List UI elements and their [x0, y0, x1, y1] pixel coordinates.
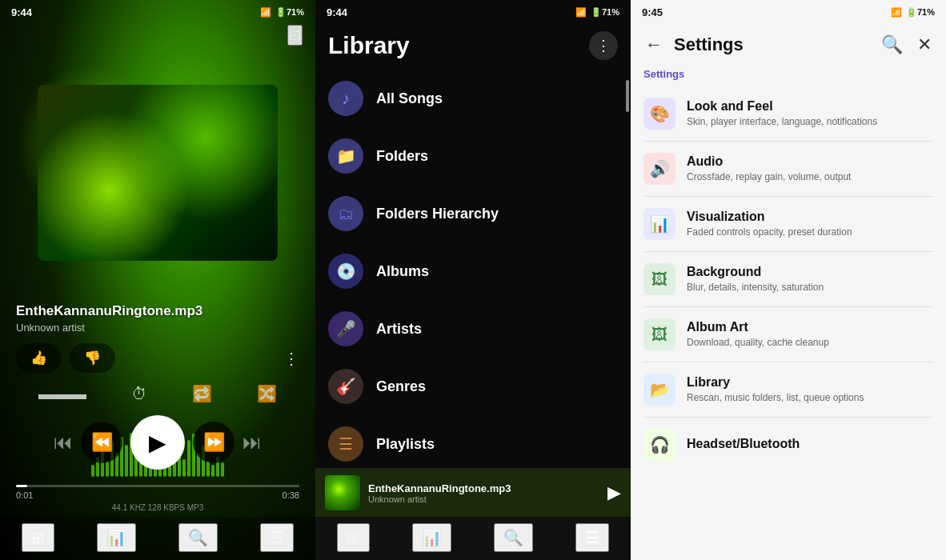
allsongs-icon: ♪	[342, 90, 350, 108]
rewind-button[interactable]: ⏪	[81, 422, 122, 463]
look-feel-text: Look and Feel Skin, player interface, la…	[687, 99, 933, 129]
nav-menu-button[interactable]: ☰	[260, 523, 294, 552]
shuffle-button[interactable]: 🔀	[257, 384, 277, 403]
audio-icon: 🔊	[650, 159, 670, 178]
album-art	[38, 85, 278, 261]
library-item-folders[interactable]: 📁 Folders	[315, 127, 631, 185]
nav-stats-button[interactable]: 📊	[97, 523, 136, 552]
allsongs-label: All Songs	[376, 90, 443, 107]
skip-back-button[interactable]: ⏮	[54, 431, 73, 454]
settings-status-bar: 9:45 📶 🔋71%	[631, 0, 946, 22]
viz-icon: 📊	[650, 214, 670, 234]
transport-row: ▬▬▬ ⏱ 🔁 🔀	[0, 379, 315, 405]
library-settings-icon: 📂	[650, 380, 670, 399]
library-item-playlists[interactable]: ☰ Playlists	[315, 415, 631, 468]
total-time: 0:38	[283, 490, 299, 500]
viz-icon-wrap: 📊	[643, 208, 675, 240]
library-settings-title: Library	[687, 375, 933, 390]
artists-label: Artists	[376, 321, 422, 338]
library-icon-wrap: 📂	[643, 374, 675, 406]
library-bottom-nav: ⊞ 📊 🔍 ☰	[315, 517, 631, 560]
lib-nav-menu-button[interactable]: ☰	[575, 523, 609, 552]
fast-forward-button[interactable]: ⏩	[193, 422, 234, 463]
bg-icon: 🖼	[651, 270, 667, 289]
library-item-albums[interactable]: 💿 Albums	[315, 242, 631, 300]
playback-buttons: ⏮ ⏪ ▶ ⏩ ⏭	[54, 415, 262, 470]
artists-icon-wrap: 🎤	[328, 311, 363, 346]
library-title: Library	[328, 32, 410, 59]
audio-icon-wrap: 🔊	[643, 153, 675, 185]
progress-bar[interactable]	[16, 485, 299, 487]
lib-nav-home-button[interactable]: ⊞	[337, 523, 370, 552]
repeat-button[interactable]: 🔁	[192, 384, 212, 403]
track-title: EntheKannanuRingtone.mp3	[16, 303, 299, 319]
hierarchy-icon: 🗂	[338, 205, 354, 223]
library-item-hierarchy[interactable]: 🗂 Folders Hierarchy	[315, 185, 631, 242]
folders-label: Folders	[376, 148, 428, 165]
settings-item-visualization[interactable]: 📊 Visualization Faded controls opacity, …	[631, 197, 946, 251]
artists-icon: 🎤	[336, 319, 356, 338]
nav-home-button[interactable]: ⊞	[22, 523, 54, 552]
settings-back-button[interactable]: ←	[642, 31, 666, 58]
audio-text: Audio Crossfade, replay gain, volume, ou…	[687, 154, 933, 184]
progress-area[interactable]: 0:01 0:38	[0, 477, 315, 502]
current-time: 0:01	[16, 490, 33, 500]
library-status-icons: 📶 🔋71%	[575, 7, 619, 18]
hierarchy-icon-wrap: 🗂	[328, 196, 363, 231]
bg-desc: Blur, details, intensity, saturation	[687, 281, 933, 294]
folders-icon-wrap: 📁	[328, 138, 363, 174]
look-feel-title: Look and Feel	[687, 99, 933, 114]
mini-title: EntheKannanuRingtone.mp3	[368, 482, 599, 494]
mini-play-button[interactable]: ▶	[607, 482, 621, 503]
playback-area: ⏮ ⏪ ▶ ⏩ ⏭	[0, 405, 315, 477]
bg-icon-wrap: 🖼	[643, 263, 675, 295]
genres-icon-wrap: 🎸	[328, 369, 363, 404]
folders-icon: 📁	[336, 146, 356, 166]
settings-status-icons: 📶 🔋71%	[891, 7, 935, 18]
recent-button[interactable]: ⏱	[131, 385, 147, 403]
mini-art	[325, 475, 360, 510]
dislike-button[interactable]: 👎	[70, 343, 115, 373]
library-item-genres[interactable]: 🎸 Genres	[315, 358, 631, 415]
visualizer-button[interactable]: ▬▬▬	[38, 385, 86, 403]
settings-item-audio[interactable]: 🔊 Audio Crossfade, replay gain, volume, …	[631, 142, 946, 196]
settings-item-look-feel[interactable]: 🎨 Look and Feel Skin, player interface, …	[631, 86, 946, 141]
settings-close-button[interactable]: ✕	[914, 31, 935, 58]
albums-icon: 💿	[336, 262, 356, 281]
library-item-allsongs[interactable]: ♪ All Songs	[315, 70, 631, 127]
lib-nav-stats-button[interactable]: 📊	[412, 523, 451, 552]
albumart-icon-wrap: 🖼	[643, 318, 675, 350]
library-list: ♪ All Songs 📁 Folders 🗂 Folders Hierarch…	[315, 66, 631, 468]
more-options-button[interactable]: ⋮	[283, 349, 299, 368]
allsongs-icon-wrap: ♪	[328, 81, 363, 116]
play-button[interactable]: ▶	[130, 415, 185, 470]
track-artist: Unknown artist	[16, 322, 299, 334]
library-more-button[interactable]: ⋮	[589, 31, 618, 60]
like-button[interactable]: 👍	[16, 343, 62, 373]
mini-player[interactable]: EntheKannanuRingtone.mp3 Unknown artist …	[315, 468, 631, 517]
albums-icon-wrap: 💿	[328, 254, 363, 289]
lib-nav-search-button[interactable]: 🔍	[494, 523, 533, 552]
library-item-artists[interactable]: 🎤 Artists	[315, 300, 631, 358]
settings-item-headset[interactable]: 🎧 Headset/Bluetooth	[631, 418, 946, 472]
audio-desc: Crossfade, replay gain, volume, output	[687, 170, 933, 184]
library-header: Library ⋮	[315, 22, 631, 66]
viz-title: Visualization	[687, 210, 933, 224]
progress-times: 0:01 0:38	[16, 490, 299, 500]
wifi-icon: 📶	[260, 7, 271, 18]
player-content: 9:44 📶 🔋71% ⊡ EntheKannanuRingtone.mp3 U…	[0, 0, 315, 560]
albumart-icon: 🖼	[651, 326, 667, 344]
settings-item-background[interactable]: 🖼 Background Blur, details, intensity, s…	[631, 252, 946, 306]
settings-battery-icon: 🔋71%	[906, 7, 935, 18]
settings-item-library[interactable]: 📂 Library Rescan, music folders, list, q…	[631, 362, 946, 417]
settings-status-time: 9:45	[642, 6, 663, 18]
cast-button[interactable]: ⊡	[287, 25, 303, 46]
look-feel-icon: 🎨	[650, 104, 670, 123]
nav-search-button[interactable]: 🔍	[178, 523, 218, 552]
genres-label: Genres	[376, 378, 426, 395]
genres-icon: 🎸	[336, 377, 356, 396]
skip-forward-button[interactable]: ⏭	[243, 431, 262, 454]
settings-search-button[interactable]: 🔍	[878, 31, 906, 58]
playlists-icon: ☰	[339, 434, 353, 454]
settings-item-album-art[interactable]: 🖼 Album Art Download, quality, cache cle…	[631, 307, 946, 362]
